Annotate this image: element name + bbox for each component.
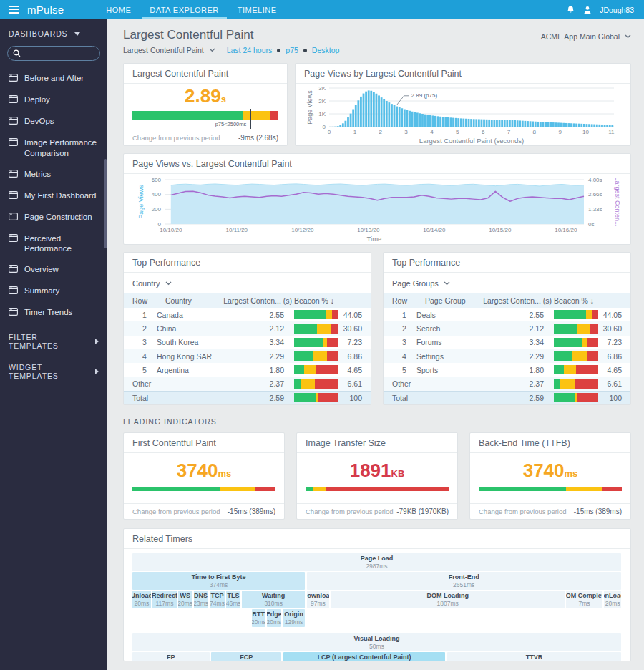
sidebar-item-before-and-after[interactable]: Before and After (0, 68, 107, 89)
column-header-beacon[interactable]: Beacon % ↓ (294, 293, 334, 309)
sidebar-item-timer-trends[interactable]: Timer Trends (0, 302, 107, 324)
red-segment (332, 310, 338, 319)
red-segment (587, 351, 598, 361)
cell-name: Sports (416, 366, 479, 374)
nav-link-timeline[interactable]: TIMELINE (228, 0, 286, 19)
widget-title: Top Performance (384, 253, 630, 273)
section-label-leading-indicators: LEADING INDICATORS (123, 417, 631, 426)
beacon-distribution-bar (554, 379, 598, 389)
sidebar-item-overview[interactable]: Overview (0, 259, 107, 281)
timer-box-dom-loading: DOM Loading1807ms (331, 591, 565, 608)
cell-beacon-percent: 6.61 (598, 379, 622, 388)
sidebar-item-page-construction[interactable]: Page Construction (0, 207, 107, 228)
cell-lcp-seconds: 2.37 (220, 379, 284, 388)
cell-name: South Korea (157, 338, 220, 346)
cell-row: Total (132, 394, 157, 402)
svg-text:10: 10 (582, 129, 589, 135)
timer-name: FCP (240, 654, 253, 661)
timer-box-lcp-largest-contentful-paint: LCP (Largest Contentful Paint)2594ms (283, 652, 446, 661)
cell-beacon-percent: 6.61 (338, 379, 362, 388)
cell-name: China (157, 324, 220, 333)
filter-desktop[interactable]: Desktop (312, 46, 340, 54)
dashboard-icon (9, 286, 18, 297)
cell-beacon-percent: 6.86 (338, 352, 362, 361)
dimension-dropdown[interactable]: Country (124, 273, 371, 293)
chevron-down-icon (209, 48, 215, 52)
red-segment (587, 338, 598, 347)
cell-lcp-seconds: 2.55 (220, 311, 284, 319)
green-segment (554, 310, 586, 319)
sidebar-item-summary[interactable]: Summary (0, 281, 107, 302)
timer-value: 20ms (134, 600, 149, 607)
yellow-segment (566, 487, 602, 491)
timer-value: 2987ms (366, 563, 387, 570)
column-header-lcp[interactable]: Largest Conten... (s) (483, 293, 552, 309)
sidebar-item-deploy[interactable]: Deploy (0, 89, 107, 111)
green-segment (132, 487, 220, 491)
column-header-name[interactable]: Country (165, 293, 192, 309)
timer-name: DOM Loading (426, 592, 469, 600)
leading-indicator-widget-first-contentful-paint: First Contentful Paint3740msChange from … (123, 432, 285, 520)
timer-row: Unload20msRedirect117msWS20msDNS23msTCP7… (132, 591, 622, 608)
top-performance-widget-page-groups: Top PerformancePage GroupsRowPage GroupL… (383, 252, 631, 405)
green-segment (294, 324, 317, 334)
bell-icon[interactable] (566, 5, 575, 14)
svg-text:1.33s: 1.33s (588, 206, 602, 213)
timer-value: 1807ms (437, 600, 459, 607)
column-header-row[interactable]: Row (132, 293, 147, 309)
sidebar-search[interactable] (7, 46, 100, 61)
filter-p75[interactable]: p75 (286, 46, 298, 54)
sidebar-item-devops[interactable]: DevOps (0, 111, 107, 132)
sidebar-section-filter-templates[interactable]: FILTER TEMPLATES (0, 324, 107, 354)
timer-value: 7ms (578, 600, 590, 607)
top-performance-widget-country: Top PerformanceCountryRowCountryLargest … (123, 252, 371, 405)
bullet-separator (303, 49, 307, 52)
app-logo[interactable]: mPulse (27, 4, 64, 16)
sidebar-section-widget-templates[interactable]: WIDGET TEMPLATES (0, 354, 107, 384)
timer-name: DOM Complete (566, 592, 602, 600)
cell-name: Deals (416, 311, 479, 319)
timer-value: 2651ms (453, 581, 474, 588)
table-row: 2China2.1230.60 (124, 321, 371, 335)
column-header-row[interactable]: Row (392, 293, 407, 309)
cell-name: Canada (157, 311, 220, 319)
change-value: -79KB (1970KB) (396, 508, 449, 515)
dashboard-icon (9, 308, 18, 319)
timer-value: 374ms (210, 581, 228, 588)
related-timers-widget: Related Timers Page Load2987msTime to Fi… (123, 528, 631, 661)
dashboard-icon (9, 117, 18, 127)
dimension-dropdown[interactable]: Page Groups (384, 273, 630, 293)
column-header-beacon[interactable]: Beacon % ↓ (554, 293, 594, 309)
svg-text:7: 7 (507, 129, 511, 135)
filter-last-24-hours[interactable]: Last 24 hours (227, 46, 273, 54)
svg-text:2K: 2K (318, 98, 326, 105)
main-content: Largest Contentful Paint ACME App Main G… (107, 19, 644, 670)
table-row: 3South Korea3.347.23 (124, 336, 371, 349)
timer-box-visual-loading: Visual Loading50ms (132, 633, 621, 651)
sidebar-scrollbar[interactable] (104, 159, 107, 248)
app-selector-dropdown[interactable]: ACME App Main Global (541, 32, 631, 41)
timer-box-dom-complete: DOM Complete7ms (566, 591, 602, 608)
hamburger-menu-icon[interactable] (0, 6, 27, 14)
svg-text:10/10/20: 10/10/20 (160, 227, 182, 233)
column-header-lcp[interactable]: Largest Conten... (s) (223, 293, 292, 309)
search-input[interactable] (24, 49, 94, 58)
sidebar-item-my-first-dashboard[interactable]: My First Dashboard (0, 185, 107, 207)
green-segment (294, 365, 304, 374)
chevron-down-icon (625, 34, 631, 39)
metric-dropdown[interactable]: Largest Contentful Paint (123, 46, 215, 54)
green-segment (554, 324, 577, 334)
nav-link-data-explorer[interactable]: DATA EXPLORER (140, 0, 228, 19)
svg-text:1K: 1K (318, 111, 326, 117)
column-header-name[interactable]: Page Group (425, 293, 466, 309)
sidebar-item-image-performance-comparison[interactable]: Image Performance Comparison (0, 132, 107, 164)
timer-value: 20ms (267, 618, 281, 626)
sidebar-item-perceived-performance[interactable]: Perceived Performance (0, 228, 107, 260)
change-label: Change from previous period (306, 508, 394, 515)
nav-link-home[interactable]: HOME (97, 0, 140, 19)
user-icon[interactable] (583, 6, 592, 14)
green-segment (294, 338, 323, 347)
sidebar-item-metrics[interactable]: Metrics (0, 164, 107, 185)
sidebar-section-dashboards[interactable]: DASHBOARDS (0, 19, 107, 44)
username[interactable]: JDough83 (600, 6, 634, 14)
